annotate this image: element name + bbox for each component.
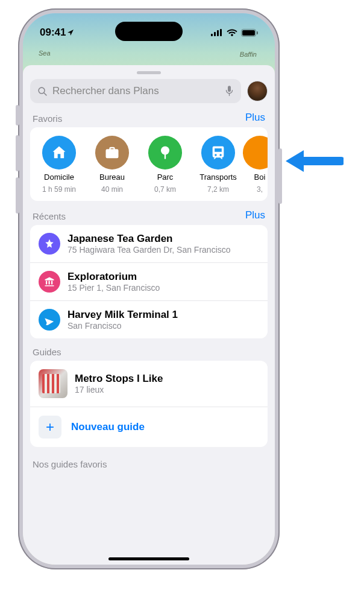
favorite-label: Transports xyxy=(199,173,237,182)
recent-subtitle: 75 Hagiwara Tea Garden Dr, San Francisco xyxy=(67,245,231,255)
briefcase-icon xyxy=(95,136,129,170)
recent-text: Harvey Milk Terminal 1 San Francisco xyxy=(67,309,178,331)
phone-screen: Sea Baffin 09:41 xyxy=(23,13,275,565)
svg-rect-2 xyxy=(217,30,219,36)
silent-switch xyxy=(16,105,19,125)
svg-rect-5 xyxy=(242,30,255,36)
profile-avatar[interactable] xyxy=(247,81,268,101)
guide-title: Metro Stops I Like xyxy=(75,373,163,385)
guides-card: Metro Stops I Like 17 lieux + Nouveau gu… xyxy=(30,361,268,447)
map-label-baffin: Baffin xyxy=(240,51,257,58)
svg-rect-1 xyxy=(214,32,216,36)
recent-subtitle: San Francisco xyxy=(67,321,178,331)
favorite-sub: 40 min xyxy=(101,185,123,194)
favorites-more-link[interactable]: Plus xyxy=(245,112,265,124)
phone-frame: Sea Baffin 09:41 xyxy=(18,8,280,569)
recent-text: Exploratorium 15 Pier 1, San Francisco xyxy=(67,271,160,293)
favorite-sub: 0,7 km xyxy=(154,185,176,194)
volume-up-button xyxy=(16,135,19,171)
mic-icon[interactable] xyxy=(225,85,234,97)
svg-marker-14 xyxy=(286,150,304,172)
svg-rect-3 xyxy=(220,29,222,36)
callout-arrow-icon xyxy=(283,147,344,176)
home-icon xyxy=(42,136,76,170)
search-icon xyxy=(37,86,48,97)
guide-thumbnail xyxy=(39,369,67,398)
favorite-transports[interactable]: Transports 7,2 km xyxy=(192,136,245,194)
volume-down-button xyxy=(16,177,19,214)
favorite-label: Boi xyxy=(254,173,266,182)
home-indicator[interactable] xyxy=(108,557,189,560)
favorite-domicile[interactable]: Domicile 1 h 59 min xyxy=(33,136,86,194)
map-label-sea: Sea xyxy=(39,49,51,57)
plus-icon: + xyxy=(39,416,61,439)
plane-icon xyxy=(39,309,60,331)
train-icon xyxy=(201,136,235,170)
status-icons xyxy=(211,29,258,37)
dynamic-island xyxy=(115,22,183,41)
guide-subtitle: 17 lieux xyxy=(75,385,163,394)
star-icon xyxy=(39,233,60,255)
favorite-label: Domicile xyxy=(44,173,74,182)
favorite-sub: 7,2 km xyxy=(207,185,229,194)
favorite-bureau[interactable]: Bureau 40 min xyxy=(86,136,139,194)
recent-item[interactable]: Harvey Milk Terminal 1 San Francisco xyxy=(30,301,268,338)
search-sheet[interactable]: Rechercher dans Plans Favoris Plus Domic… xyxy=(23,65,275,565)
favorite-sub: 3, xyxy=(257,185,263,194)
tree-icon xyxy=(148,136,182,170)
status-time: 09:41 xyxy=(40,27,74,39)
svg-rect-12 xyxy=(165,153,166,159)
favorite-label: Bureau xyxy=(99,173,125,182)
favorites-header: Favoris Plus xyxy=(30,103,268,127)
power-button xyxy=(278,148,282,204)
guides-title: Guides xyxy=(33,347,61,357)
recent-item[interactable]: Exploratorium 15 Pier 1, San Francisco xyxy=(30,263,268,301)
recent-subtitle: 15 Pier 1, San Francisco xyxy=(67,283,160,293)
guide-text: Metro Stops I Like 17 lieux xyxy=(75,373,163,394)
favorites-title: Favoris xyxy=(33,113,62,124)
svg-rect-0 xyxy=(211,34,213,36)
cellular-icon xyxy=(211,29,223,36)
search-input[interactable]: Rechercher dans Plans xyxy=(30,79,241,103)
footer-section-label: Nos guides favoris xyxy=(30,447,268,469)
sheet-grabber[interactable] xyxy=(137,71,161,74)
recent-text: Japanese Tea Garden 75 Hagiwara Tea Gard… xyxy=(67,233,231,255)
museum-icon xyxy=(39,271,60,293)
new-guide-label: Nouveau guide xyxy=(71,421,145,433)
new-guide-button[interactable]: + Nouveau guide xyxy=(30,407,268,447)
guides-header: Guides xyxy=(30,338,268,361)
dot-icon xyxy=(243,136,268,170)
recent-title: Harvey Milk Terminal 1 xyxy=(67,309,178,321)
svg-rect-9 xyxy=(228,86,231,92)
recents-list: Japanese Tea Garden 75 Hagiwara Tea Gard… xyxy=(30,225,268,338)
favorite-parc[interactable]: Parc 0,7 km xyxy=(139,136,192,194)
favorite-extra[interactable]: Boi 3, xyxy=(245,136,268,194)
recent-item[interactable]: Japanese Tea Garden 75 Hagiwara Tea Gard… xyxy=(30,225,268,263)
recents-title: Récents xyxy=(33,211,66,221)
wifi-icon xyxy=(227,29,237,36)
favorites-scroll[interactable]: Domicile 1 h 59 min Bureau 40 min Parc 0… xyxy=(30,127,268,201)
recent-title: Exploratorium xyxy=(67,271,160,283)
recents-header: Récents Plus xyxy=(30,201,268,225)
svg-rect-6 xyxy=(257,31,258,34)
location-services-icon xyxy=(67,29,74,36)
search-placeholder: Rechercher dans Plans xyxy=(52,85,220,97)
guide-item[interactable]: Metro Stops I Like 17 lieux xyxy=(30,361,268,407)
clock-text: 09:41 xyxy=(40,27,66,39)
favorite-label: Parc xyxy=(157,173,174,182)
recents-more-link[interactable]: Plus xyxy=(245,209,265,221)
favorite-sub: 1 h 59 min xyxy=(42,185,76,194)
battery-icon xyxy=(241,29,258,37)
svg-line-8 xyxy=(44,92,46,95)
recent-title: Japanese Tea Garden xyxy=(67,233,231,245)
